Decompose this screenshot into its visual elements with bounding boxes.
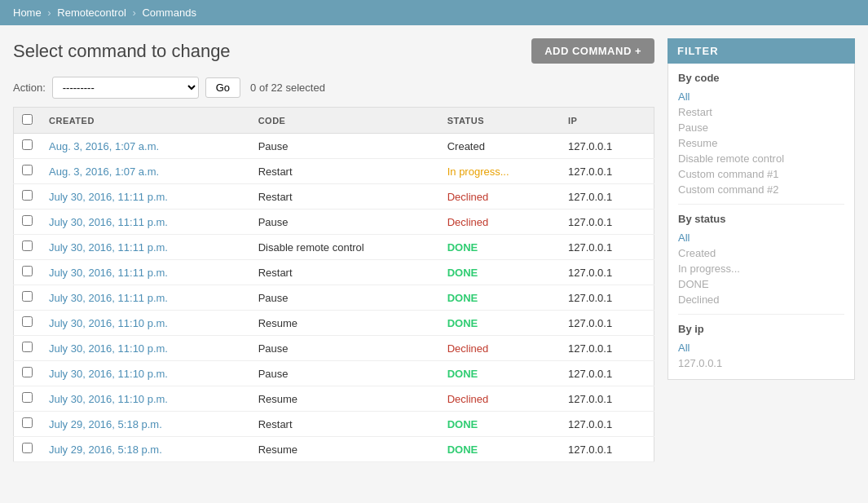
row-created-link[interactable]: Aug. 3, 2016, 1:07 a.m. — [49, 165, 159, 178]
filter-item[interactable]: Custom command #1 — [678, 166, 844, 182]
row-ip: 127.0.0.1 — [560, 386, 654, 412]
filter-item[interactable]: All — [678, 89, 844, 104]
row-created-link[interactable]: July 30, 2016, 11:10 p.m. — [49, 317, 168, 329]
row-created-link[interactable]: July 30, 2016, 11:11 p.m. — [49, 216, 168, 228]
row-status: Declined — [439, 336, 560, 361]
row-status: DONE — [439, 361, 560, 386]
row-checkbox-cell — [14, 311, 42, 336]
go-button[interactable]: Go — [205, 77, 240, 98]
row-created: Aug. 3, 2016, 1:07 a.m. — [41, 134, 250, 159]
row-status: DONE — [439, 235, 560, 260]
filter-item[interactable]: All — [678, 340, 844, 355]
row-code: Pause — [250, 285, 439, 311]
filter-item[interactable]: Created — [678, 245, 844, 261]
row-created-link[interactable]: July 30, 2016, 11:11 p.m. — [49, 267, 168, 279]
row-status: DONE — [439, 260, 560, 285]
row-status: DONE — [439, 311, 560, 336]
filter-by-ip-title: By ip — [678, 323, 844, 335]
row-ip: 127.0.0.1 — [560, 134, 654, 159]
row-checkbox[interactable] — [22, 342, 33, 352]
row-status: Declined — [439, 184, 560, 210]
commands-table: CREATED CODE STATUS IP Aug. 3, 2016, 1:0… — [13, 107, 654, 462]
filter-item[interactable]: Declined — [678, 292, 844, 307]
row-checkbox-cell — [14, 134, 42, 159]
row-created-link[interactable]: Aug. 3, 2016, 1:07 a.m. — [49, 140, 159, 152]
row-code: Pause — [250, 210, 439, 235]
row-created: July 30, 2016, 11:10 p.m. — [41, 336, 250, 361]
row-created-link[interactable]: July 30, 2016, 11:10 p.m. — [49, 393, 168, 405]
table-row: Aug. 3, 2016, 1:07 a.m. Pause Created 12… — [14, 134, 654, 159]
row-ip: 127.0.0.1 — [560, 159, 654, 184]
action-select[interactable]: --------- — [52, 77, 199, 99]
table-body: Aug. 3, 2016, 1:07 a.m. Pause Created 12… — [14, 134, 654, 462]
filter-item[interactable]: Restart — [678, 104, 844, 120]
row-created-link[interactable]: July 30, 2016, 11:10 p.m. — [49, 342, 168, 355]
row-checkbox[interactable] — [22, 392, 33, 403]
header-created: CREATED — [41, 108, 250, 134]
row-code: Resume — [250, 311, 439, 336]
table-row: July 30, 2016, 11:10 p.m. Pause Declined… — [14, 336, 654, 361]
row-code: Resume — [250, 386, 439, 412]
filter-item[interactable]: Disable remote control — [678, 151, 844, 166]
row-checkbox[interactable] — [22, 215, 33, 226]
row-code: Disable remote control — [250, 235, 439, 260]
row-code: Restart — [250, 260, 439, 285]
row-ip: 127.0.0.1 — [560, 285, 654, 311]
filter-item[interactable]: DONE — [678, 276, 844, 292]
table-row: July 30, 2016, 11:10 p.m. Resume DONE 12… — [14, 311, 654, 336]
row-created: July 30, 2016, 11:11 p.m. — [41, 260, 250, 285]
breadcrumb-remotecontrol[interactable]: Remotecontrol — [57, 7, 126, 19]
row-checkbox[interactable] — [22, 240, 33, 251]
filter-item[interactable]: Resume — [678, 135, 844, 151]
header-checkbox-cell — [14, 108, 42, 134]
row-checkbox-cell — [14, 336, 42, 361]
row-checkbox[interactable] — [22, 139, 33, 150]
filter-item[interactable]: Custom command #2 — [678, 182, 844, 197]
filter-status-items: AllCreatedIn progress...DONEDeclined — [678, 230, 844, 307]
page-title: Select command to change — [13, 41, 231, 62]
row-created-link[interactable]: July 30, 2016, 11:10 p.m. — [49, 368, 168, 380]
row-created: July 30, 2016, 11:10 p.m. — [41, 311, 250, 336]
row-checkbox-cell — [14, 159, 42, 184]
row-checkbox-cell — [14, 412, 42, 437]
row-checkbox[interactable] — [22, 316, 33, 327]
row-ip: 127.0.0.1 — [560, 412, 654, 437]
content-area: Select command to change ADD COMMAND + A… — [13, 38, 654, 462]
row-code: Resume — [250, 437, 439, 462]
row-created-link[interactable]: July 30, 2016, 11:11 p.m. — [49, 241, 168, 254]
page-header: Select command to change ADD COMMAND + — [13, 38, 654, 64]
filter-item[interactable]: 127.0.0.1 — [678, 355, 844, 371]
breadcrumb-home[interactable]: Home — [13, 7, 42, 19]
filter-item[interactable]: Pause — [678, 120, 844, 135]
filter-item[interactable]: In progress... — [678, 261, 844, 276]
table-row: July 30, 2016, 11:11 p.m. Pause DONE 127… — [14, 285, 654, 311]
row-code: Pause — [250, 134, 439, 159]
row-created-link[interactable]: July 30, 2016, 11:11 p.m. — [49, 191, 168, 203]
row-created-link[interactable]: July 30, 2016, 11:11 p.m. — [49, 292, 168, 304]
add-command-button[interactable]: ADD COMMAND + — [531, 38, 654, 64]
main-wrap: Select command to change ADD COMMAND + A… — [0, 25, 868, 475]
row-created: Aug. 3, 2016, 1:07 a.m. — [41, 159, 250, 184]
row-created-link[interactable]: July 29, 2016, 5:18 p.m. — [49, 418, 162, 430]
row-ip: 127.0.0.1 — [560, 210, 654, 235]
table-row: July 30, 2016, 11:10 p.m. Resume Decline… — [14, 386, 654, 412]
table-row: July 30, 2016, 11:11 p.m. Pause Declined… — [14, 210, 654, 235]
row-checkbox[interactable] — [22, 165, 33, 175]
row-checkbox[interactable] — [22, 266, 33, 276]
row-checkbox[interactable] — [22, 443, 33, 453]
row-checkbox[interactable] — [22, 367, 33, 377]
row-checkbox[interactable] — [22, 417, 33, 428]
row-checkbox[interactable] — [22, 190, 33, 201]
breadcrumb-commands: Commands — [142, 7, 196, 19]
row-ip: 127.0.0.1 — [560, 235, 654, 260]
row-created: July 29, 2016, 5:18 p.m. — [41, 437, 250, 462]
filter-item[interactable]: All — [678, 230, 844, 245]
row-ip: 127.0.0.1 — [560, 336, 654, 361]
row-created-link[interactable]: July 29, 2016, 5:18 p.m. — [49, 443, 162, 456]
row-checkbox-cell — [14, 184, 42, 210]
filter-divider-2 — [678, 314, 844, 315]
row-checkbox[interactable] — [22, 291, 33, 302]
table-row: July 30, 2016, 11:11 p.m. Restart DONE 1… — [14, 260, 654, 285]
header-ip: IP — [560, 108, 654, 134]
select-all-checkbox[interactable] — [22, 114, 33, 125]
